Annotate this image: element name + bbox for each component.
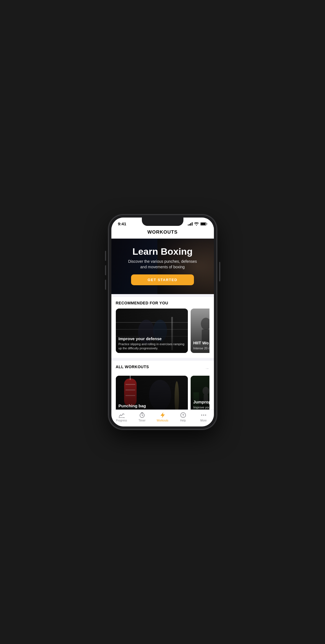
tab-bar: Progress Timer Workouts (111, 410, 214, 426)
progress-tab-label: Progress (116, 419, 127, 422)
svg-point-45 (205, 415, 206, 416)
tab-help[interactable]: ? Help (173, 412, 193, 422)
svg-point-44 (203, 415, 204, 416)
more-tab-label: More (200, 419, 207, 422)
card-1-desc: Practice slipping and rolling in exercis… (119, 342, 185, 350)
svg-rect-1 (201, 223, 206, 225)
signal-bars-icon (188, 222, 193, 226)
status-icons (188, 222, 207, 226)
tab-workouts[interactable]: Workouts (152, 412, 173, 422)
phone-screen: 9:41 WORKOUTS (111, 218, 214, 426)
hero-content: Learn Boxing Discover the various punche… (111, 239, 214, 294)
scroll-content[interactable]: Learn Boxing Discover the various punche… (111, 239, 214, 410)
phone-device: 9:41 WORKOUTS (109, 215, 217, 429)
all-workouts-arrow-icon: → (205, 366, 209, 371)
tab-more[interactable]: More (193, 412, 214, 422)
card-4-title: Jumprop (193, 400, 209, 405)
recommended-cards-row[interactable]: Improve your defense Practice slipping a… (116, 309, 209, 354)
all-workouts-header: ALL WORKOUTS → (116, 365, 209, 372)
timer-tab-label: Timer (139, 419, 145, 422)
battery-icon (200, 222, 207, 226)
svg-point-43 (201, 415, 202, 416)
card-4-content: Jumprop Improve your cardi that will lea… (191, 397, 209, 410)
hero-banner: Learn Boxing Discover the various punche… (111, 239, 214, 294)
all-workouts-cards-row[interactable]: Punching bag Build up power by alternati… (116, 376, 209, 410)
card-3-content: Punching bag Build up power by alternati… (116, 401, 188, 410)
card-4-desc: Improve your cardi that will leave you (193, 405, 209, 410)
workouts-tab-label: Workouts (157, 419, 168, 422)
recommended-card-2[interactable]: HIIT Wo Intense 20 minute (191, 309, 209, 353)
card-1-title: Improve your defense (119, 336, 185, 341)
all-workouts-title: ALL WORKOUTS (116, 365, 149, 369)
status-time: 9:41 (118, 221, 126, 226)
more-icon (201, 412, 207, 418)
card-3-title: Punching bag (119, 403, 185, 408)
recommended-section: RECOMMENDED FOR YOU (111, 297, 214, 358)
card-2-title: HIIT Wo (193, 340, 209, 345)
card-2-desc: Intense 20 minute (193, 346, 209, 350)
timer-icon (139, 412, 145, 418)
help-icon: ? (180, 412, 186, 418)
nav-header: WORKOUTS (111, 227, 214, 239)
hero-title: Learn Boxing (132, 246, 193, 257)
wifi-icon (194, 222, 199, 226)
all-workouts-card-2[interactable]: Jumprop Improve your cardi that will lea… (191, 376, 209, 410)
card-3-desc: Build up power by alternating fast punch… (119, 409, 185, 410)
card-2-content: HIIT Wo Intense 20 minute (191, 338, 209, 353)
notch (142, 218, 183, 226)
card-1-content: Improve your defense Practice slipping a… (116, 334, 188, 353)
bolt-icon (160, 412, 166, 418)
recommended-card-1[interactable]: Improve your defense Practice slipping a… (116, 309, 188, 353)
progress-icon (119, 412, 125, 418)
hero-subtitle: Discover the various punches, defenses a… (127, 259, 199, 270)
all-workouts-section: ALL WORKOUTS → (111, 361, 214, 410)
get-started-button[interactable]: GET STARTED (131, 274, 194, 285)
page-title: WORKOUTS (116, 229, 209, 235)
tab-progress[interactable]: Progress (111, 412, 132, 422)
svg-text:?: ? (182, 413, 184, 417)
svg-line-38 (142, 415, 143, 416)
recommended-title: RECOMMENDED FOR YOU (116, 301, 209, 305)
help-tab-label: Help (180, 419, 186, 422)
all-workouts-card-1[interactable]: Punching bag Build up power by alternati… (116, 376, 188, 410)
tab-timer[interactable]: Timer (132, 412, 152, 422)
svg-marker-40 (161, 413, 165, 418)
